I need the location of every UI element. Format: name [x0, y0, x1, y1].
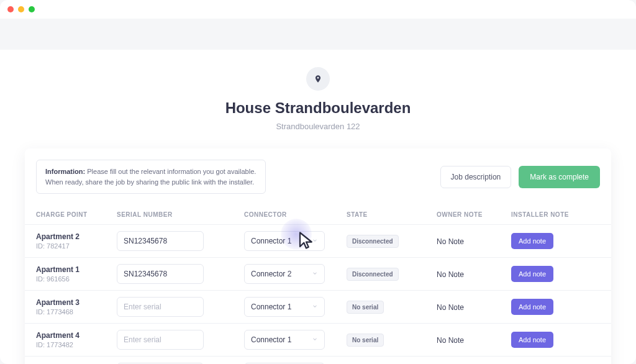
- chevron-down-icon: [312, 335, 318, 344]
- page-content: House Strandboulevarden Strandboulevarde…: [0, 50, 636, 364]
- header-charge-point: CHARGE POINT: [25, 205, 106, 225]
- connector-select[interactable]: Connector 1: [244, 330, 325, 350]
- charge-point-id: ID: 961656: [36, 275, 106, 283]
- mark-complete-button[interactable]: Mark as complete: [519, 166, 600, 188]
- connector-value: Connector 2: [251, 270, 291, 278]
- add-note-button[interactable]: Add note: [511, 332, 553, 348]
- close-icon[interactable]: [7, 6, 14, 12]
- serial-input[interactable]: [117, 297, 204, 317]
- charge-point-name: Apartment 1: [36, 265, 106, 274]
- connector-value: Connector 1: [251, 303, 291, 311]
- table-row: Apartment 4 ID: 1773482 Connector 1 No s…: [25, 324, 611, 357]
- table-row: Apartment 3 ID: 1773468 Connector 1 No s…: [25, 291, 611, 324]
- connector-select[interactable]: Connector 1: [244, 231, 325, 251]
- owner-note-text: No Note: [437, 237, 464, 246]
- serial-input[interactable]: [117, 330, 204, 350]
- table-row: Apartment 5 ID: 1773487 Connector 1 No s…: [25, 357, 611, 365]
- chevron-down-icon: [312, 303, 318, 311]
- owner-note-text: No Note: [437, 270, 464, 279]
- connector-select[interactable]: Connector 2: [244, 264, 325, 284]
- charge-point-id: ID: 1773482: [36, 341, 106, 348]
- job-description-button[interactable]: Job description: [440, 166, 512, 188]
- add-note-button[interactable]: Add note: [511, 299, 553, 315]
- location-pin-icon: [314, 75, 322, 83]
- page-title: House Strandboulevarden: [0, 99, 636, 117]
- main-card: Information: Please fill out the relevan…: [25, 148, 611, 364]
- connector-select[interactable]: Connector 1: [244, 297, 325, 317]
- charge-point-name: Apartment 3: [36, 298, 106, 307]
- header-state: STATE: [335, 205, 425, 225]
- maximize-icon[interactable]: [29, 6, 35, 12]
- charge-points-table: CHARGE POINT SERIAL NUMBER CONNECTOR STA…: [25, 205, 611, 364]
- chevron-down-icon: [312, 237, 318, 245]
- page-subtitle: Strandboulevarden 122: [0, 122, 636, 131]
- information-box: Information: Please fill out the relevan…: [36, 160, 266, 194]
- card-top-bar: Information: Please fill out the relevan…: [25, 160, 611, 205]
- charge-point-name: Apartment 4: [36, 331, 106, 340]
- charge-point-id: ID: 1773468: [36, 308, 106, 316]
- owner-note-text: No Note: [437, 303, 464, 312]
- minimize-icon[interactable]: [18, 6, 24, 12]
- header-owner-note: OWNER NOTE: [425, 205, 500, 225]
- add-note-button[interactable]: Add note: [511, 233, 553, 249]
- serial-input[interactable]: [117, 231, 204, 251]
- charge-point-name: Apartment 2: [36, 232, 106, 241]
- header-connector: CONNECTOR: [233, 205, 335, 225]
- window-titlebar: [0, 0, 636, 19]
- connector-value: Connector 1: [251, 237, 291, 245]
- connector-value: Connector 1: [251, 335, 291, 344]
- charge-point-id: ID: 782417: [36, 242, 106, 250]
- state-badge: No serial: [347, 301, 384, 314]
- serial-input[interactable]: [117, 264, 204, 284]
- table-row: Apartment 1 ID: 961656 Connector 2 Disco…: [25, 258, 611, 291]
- chevron-down-icon: [312, 270, 318, 278]
- top-actions: Job description Mark as complete: [440, 166, 600, 188]
- header-strip: [0, 19, 636, 50]
- add-note-button[interactable]: Add note: [511, 266, 553, 282]
- location-icon-wrap: [306, 67, 330, 91]
- header-installer-note: INSTALLER NOTE: [500, 205, 611, 225]
- header-serial-number: SERIAL NUMBER: [106, 205, 233, 225]
- state-badge: No serial: [347, 334, 384, 347]
- owner-note-text: No Note: [437, 336, 464, 345]
- table-row: Apartment 2 ID: 782417 Connector 1 Disco…: [25, 225, 611, 258]
- state-badge: Disconnected: [347, 268, 399, 281]
- state-badge: Disconnected: [347, 235, 399, 248]
- info-label: Information:: [45, 168, 85, 175]
